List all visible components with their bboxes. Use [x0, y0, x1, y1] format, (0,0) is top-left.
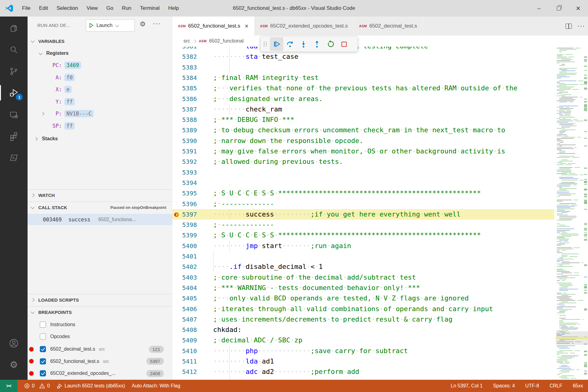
menu-selection[interactable]: Selection — [52, 0, 82, 17]
minimize-icon[interactable]: – — [529, 0, 549, 17]
restore-icon[interactable] — [549, 0, 568, 17]
line-number[interactable]: 5399 — [172, 230, 197, 240]
code-line[interactable]: 5402····.if·disable_decimal·<·1 — [172, 262, 554, 272]
code-line[interactable]: 5391;·may·give·false·errors·when·monitor… — [172, 146, 554, 156]
tab-65C02_extended_opcodes_test.s[interactable]: ASM65C02_extended_opcodes_test.s — [254, 17, 354, 36]
line-number[interactable]: 5403 — [172, 272, 197, 283]
checkbox[interactable] — [40, 334, 46, 340]
menu-view[interactable]: View — [82, 0, 102, 17]
breakpoint-file-row[interactable]: 6502_functional_test.ssrc5397 — [28, 356, 172, 367]
register-row[interactable]: A:f0 — [28, 72, 172, 83]
menu-help[interactable]: Help — [164, 0, 183, 17]
code-line[interactable]: 5384;·final·RAM·integrity·test — [172, 73, 554, 83]
line-number[interactable]: 5409 — [172, 335, 197, 345]
line-number[interactable]: 5405 — [172, 293, 197, 303]
call-stack-frame[interactable]: 003469 success 6502_functiona... — [28, 214, 172, 225]
account-icon[interactable] — [0, 334, 28, 353]
code-line[interactable]: 5410········php·············;save·carry·… — [172, 346, 554, 356]
breakpoint-toggle-row[interactable]: Opcodes — [28, 331, 172, 342]
debug-session-status[interactable]: Launch 6502 tests (db65xx) — [57, 383, 125, 389]
menu-run[interactable]: Run — [118, 0, 136, 17]
code-line[interactable]: 5405;···only·valid·BCD·operands·are·test… — [172, 293, 554, 303]
breakpoint-toggle-row[interactable]: Instructions — [28, 319, 172, 330]
section-call-stack[interactable]: CALL STACK Paused on stopOnBreakpoint — [28, 202, 172, 213]
minimap[interactable] — [556, 47, 583, 380]
section-loaded-scripts[interactable]: LOADED SCRIPTS — [28, 295, 172, 305]
line-number[interactable]: 5402 — [172, 262, 197, 272]
code-line[interactable]: 5392;·allowed·during·previous·tests. — [172, 156, 554, 167]
auto-attach-status[interactable]: Auto Attach: With Flag — [132, 383, 180, 389]
register-row[interactable]: SP:ff — [28, 121, 172, 131]
indentation-status[interactable]: Spaces: 4 — [493, 383, 515, 389]
code-line[interactable]: 5399;·S·U·C·C·E·S·S·********************… — [172, 230, 554, 240]
menu-file[interactable]: File — [18, 0, 35, 17]
line-number[interactable]: 5388 — [172, 115, 197, 125]
drag-grip-icon[interactable] — [261, 37, 270, 51]
line-number[interactable]: 5396 — [172, 199, 197, 209]
step-out-icon[interactable] — [310, 37, 324, 51]
section-watch[interactable]: WATCH — [28, 190, 172, 200]
line-number[interactable]: 5387 — [172, 104, 197, 115]
line-number[interactable]: 5407 — [172, 314, 197, 325]
tab-6502_functional_test.s[interactable]: ASM6502_functional_test.s✕ — [172, 17, 254, 36]
breadcrumb[interactable]: src ASM 6502_functional — [172, 36, 588, 47]
code-editor[interactable]: 5381········lda·#$f0········;mark·opcode… — [172, 47, 588, 380]
explorer-icon[interactable] — [0, 19, 28, 38]
search-icon[interactable] — [0, 40, 28, 59]
line-number[interactable]: 5394 — [172, 178, 197, 188]
step-into-icon[interactable] — [297, 37, 310, 51]
step-over-icon[interactable] — [283, 37, 297, 51]
remote-explorer-icon[interactable] — [0, 105, 28, 124]
code-line[interactable]: 5386;···designated·write·areas. — [172, 94, 554, 104]
code-line[interactable]: 5404;·***·WARNING·-·tests·documented·beh… — [172, 283, 554, 293]
code-line[interactable]: 5389;·to·debug·checksum·errors·uncomment… — [172, 125, 554, 135]
register-row[interactable]: X:e — [28, 84, 172, 95]
code-line[interactable]: 5397········success·········;if·you·get·… — [172, 209, 554, 220]
code-line[interactable]: 5393 — [172, 167, 554, 178]
line-number[interactable]: 5400 — [172, 241, 197, 251]
code-line[interactable]: 5408chkdad: — [172, 325, 554, 335]
line-number[interactable]: 5398 — [172, 220, 197, 230]
launch-config-dropdown[interactable]: Launch — [86, 19, 135, 32]
stop-icon[interactable] — [337, 37, 351, 51]
line-number[interactable]: 5395 — [172, 188, 197, 198]
split-editor-icon[interactable] — [566, 24, 572, 29]
remote-indicator[interactable]: >< — [0, 380, 17, 392]
problems-status[interactable]: 0 0 — [24, 383, 50, 389]
code-line[interactable]: 5395;·S·U·C·C·E·S·S·********************… — [172, 188, 554, 198]
restart-icon[interactable] — [324, 37, 337, 51]
code-line[interactable]: 5381········lda·#$f0········;mark·opcode… — [172, 47, 554, 51]
code-line[interactable]: 5383 — [172, 62, 554, 73]
register-row[interactable]: Y:ff — [28, 96, 172, 107]
line-number[interactable]: 5381 — [172, 47, 197, 51]
menu-edit[interactable]: Edit — [35, 0, 52, 17]
extensions-icon[interactable] — [0, 127, 28, 146]
line-number[interactable]: 5385 — [172, 83, 197, 93]
line-number[interactable]: 5393 — [172, 167, 197, 178]
breadcrumb-file[interactable]: 6502_functional — [209, 38, 244, 44]
language-mode-status[interactable]: 65xx — [573, 383, 583, 389]
cursor-position-status[interactable]: Ln 5397, Col 1 — [451, 383, 483, 389]
terminal-icon[interactable] — [0, 148, 28, 167]
source-control-icon[interactable] — [0, 62, 28, 81]
line-number[interactable]: 5408 — [172, 325, 197, 335]
register-row[interactable]: P:NV1B---C — [28, 108, 172, 119]
line-number[interactable]: 5383 — [172, 62, 197, 73]
line-number[interactable]: 5413 — [172, 377, 197, 380]
code-line[interactable]: 5400········jmp·start·······;run·again — [172, 241, 554, 251]
register-row[interactable]: PC:3469 — [28, 60, 172, 70]
code-line[interactable]: 5403;·core·subroutine·of·the·decimal·add… — [172, 272, 554, 283]
code-line[interactable]: 5382········sta·test_case — [172, 51, 554, 62]
checkbox[interactable] — [40, 322, 46, 328]
code-line[interactable]: 5388;·***·DEBUG·INFO·*** — [172, 115, 554, 125]
code-line[interactable]: 5409;·decimal·ADC·/·SBC·zp — [172, 335, 554, 345]
play-launch-icon[interactable] — [89, 23, 94, 28]
code-line[interactable]: 5411········lda·ad1 — [172, 356, 554, 367]
code-line[interactable]: 5394 — [172, 178, 554, 188]
eol-status[interactable]: CRLF — [549, 383, 562, 389]
close-tab-icon[interactable]: ✕ — [244, 23, 248, 29]
line-number[interactable]: 5410 — [172, 346, 197, 356]
code-line[interactable]: 5390;·narrow·down·the·responsible·opcode… — [172, 136, 554, 146]
gear-icon[interactable]: ⚙ — [140, 21, 146, 28]
breakpoint-file-row[interactable]: 65C02_extended_opcodes_...2408 — [28, 368, 172, 379]
